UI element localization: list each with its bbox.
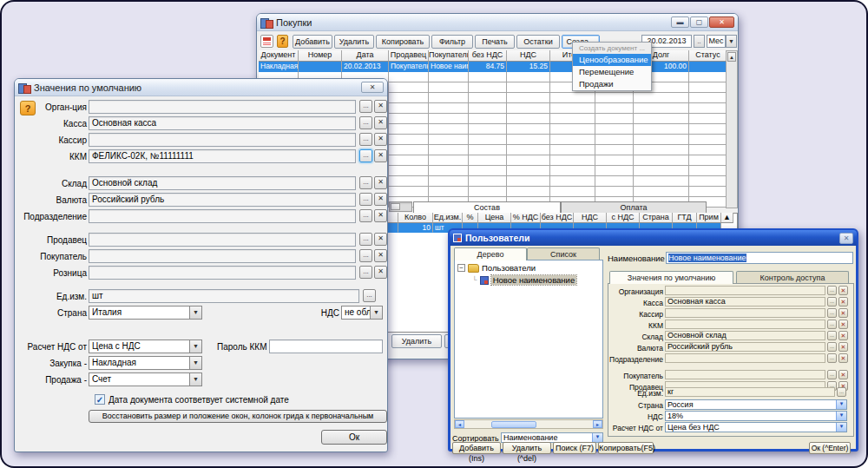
grid-column-header[interactable]: Покупатель	[429, 50, 469, 62]
name-input[interactable]: Новое наименование	[666, 252, 853, 264]
field-ellipsis-button[interactable]: ...	[827, 342, 837, 352]
tab-оплата[interactable]: Оплата	[561, 201, 707, 213]
field-input[interactable]: Основная касса	[89, 116, 356, 130]
scroll-left-icon[interactable]: ◂	[455, 420, 464, 428]
menu-item[interactable]: Продажи	[573, 78, 651, 90]
dropdown-arrow-icon[interactable]: ▼	[189, 307, 201, 319]
field-clear-button[interactable]: ✕	[374, 133, 387, 146]
help-button[interactable]: ?	[277, 35, 288, 48]
toolbar-button-4[interactable]: Фильтр	[431, 35, 473, 49]
unit-ellipsis-button[interactable]: ...	[363, 289, 376, 302]
grid-column-header[interactable]: Номер	[299, 50, 342, 62]
purchase-dropdown[interactable]: Накладная▼	[89, 356, 202, 370]
field-input[interactable]	[89, 133, 356, 147]
field-ellipsis-button[interactable]: ...	[359, 116, 372, 129]
field-clear-button[interactable]: ✕	[838, 353, 848, 363]
detail-column-header[interactable]: с НДС	[607, 213, 640, 223]
restore-layout-button[interactable]: Восстановить размер и положение окон, ко…	[89, 410, 387, 423]
detail-column-header[interactable]: НДС	[574, 213, 607, 223]
pokupki-titlebar[interactable]: Покупки ▬ ▢ ✕	[257, 14, 738, 31]
detail-scroll-up-icon[interactable]: ▲	[721, 213, 733, 223]
bottom-hscroll-stub[interactable]	[389, 201, 412, 212]
field-clear-button[interactable]: ✕	[374, 149, 387, 162]
field-ellipsis-button[interactable]: ...	[359, 149, 372, 162]
toolbar-button-5[interactable]: Печать	[475, 35, 515, 49]
tree-root-item[interactable]: − Пользователи	[457, 263, 536, 273]
dropdown-arrow-icon[interactable]: ▼	[836, 412, 846, 420]
tab-состав[interactable]: Состав	[413, 201, 561, 213]
field-ellipsis-button[interactable]: ...	[827, 297, 837, 307]
detail-column-header[interactable]: ГТД	[673, 213, 697, 223]
detail-column-header[interactable]: % НДС	[511, 213, 541, 223]
field-clear-button[interactable]: ✕	[374, 209, 387, 222]
field-ellipsis-button[interactable]: ...	[359, 233, 372, 246]
field-ellipsis-button[interactable]: ...	[827, 308, 837, 318]
field-input[interactable]	[89, 233, 356, 247]
field-dropdown[interactable]: 18%▼	[665, 411, 847, 421]
users-action-button-1[interactable]: Добавить (Ins)	[452, 442, 501, 454]
field-ellipsis-button[interactable]: ...	[359, 209, 372, 222]
field-ellipsis-button[interactable]: ...	[359, 176, 372, 189]
field-input[interactable]	[89, 209, 356, 223]
defaults-titlebar[interactable]: Значения по умолчанию ✕	[15, 79, 387, 96]
field-clear-button[interactable]: ✕	[838, 297, 848, 307]
field-input[interactable]: Российский рубль	[89, 193, 356, 207]
journal-icon[interactable]	[260, 35, 273, 48]
detail-column-header[interactable]: Колво	[398, 213, 433, 223]
users-close-button[interactable]: ✕	[839, 233, 853, 244]
detail-column-header[interactable]	[388, 213, 398, 223]
field-ellipsis-button[interactable]: ...	[359, 249, 372, 262]
field-ellipsis-button[interactable]: ...	[827, 286, 837, 295]
users-titlebar[interactable]: Пользователи ✕	[450, 230, 857, 246]
field-clear-button[interactable]: ✕	[838, 286, 848, 295]
sysdate-checkbox[interactable]: ✓	[95, 394, 105, 405]
pokupki-action-button-1[interactable]: Удалить	[391, 334, 442, 348]
users-action-button-3[interactable]: Поиск (F7)	[553, 442, 596, 454]
vat-calc-dropdown[interactable]: Цена с НДС▼	[89, 339, 202, 353]
field-clear-button[interactable]: ✕	[838, 331, 848, 340]
tab-tree[interactable]: Дерево	[454, 247, 527, 260]
field-input[interactable]	[89, 100, 356, 114]
detail-column-header[interactable]: Цена	[478, 213, 511, 223]
field-input[interactable]: Основной склад	[89, 176, 356, 190]
field-ellipsis-button[interactable]: ...	[359, 193, 372, 206]
grid-column-header[interactable]: Статус	[689, 50, 727, 62]
grid-column-header[interactable]: без НДС	[469, 50, 507, 62]
tab-list[interactable]: Список	[527, 247, 600, 260]
toolbar-button-2[interactable]: Удалить	[334, 35, 374, 49]
toolbar-button-3[interactable]: Копировать	[376, 35, 430, 49]
grid-column-header[interactable]: Документ	[259, 50, 299, 62]
users-action-button-4[interactable]: Копировать(F5)	[598, 442, 654, 454]
unit-field[interactable]: шт	[89, 289, 359, 303]
field-dropdown[interactable]: Россия▼	[665, 399, 847, 410]
field-dropdown[interactable]: Цена без НДС▼	[665, 422, 847, 432]
minimize-button[interactable]: ▬	[671, 16, 689, 28]
grid-column-header[interactable]: Дата	[342, 50, 389, 62]
field-ellipsis-button[interactable]: ...	[827, 353, 837, 363]
kkm-password-input[interactable]	[269, 339, 383, 353]
ok-button[interactable]: Ок	[321, 430, 387, 445]
field-clear-button[interactable]: ✕	[374, 249, 387, 262]
users-action-button-2[interactable]: Удалить (^del)	[503, 442, 551, 454]
field-input[interactable]	[665, 370, 825, 379]
maximize-button[interactable]: ▢	[690, 16, 708, 28]
field-input[interactable]	[665, 286, 825, 295]
field-clear-button[interactable]: ✕	[838, 308, 848, 318]
grid-vscrollbar[interactable]: ▲	[726, 50, 738, 208]
field-ellipsis-button[interactable]: ...	[359, 266, 372, 279]
dropdown-arrow-icon[interactable]: ▼	[189, 340, 201, 353]
grid-column-header[interactable]: НДС	[507, 50, 550, 62]
field-input[interactable]	[665, 353, 825, 363]
tree-child-item[interactable]: └ Новое наименование	[472, 275, 576, 285]
field-input[interactable]: Основной склад	[665, 331, 825, 340]
dropdown-arrow-icon[interactable]: ▼	[189, 357, 201, 369]
period-select[interactable]: Мес	[707, 35, 726, 48]
close-button[interactable]: ✕	[709, 16, 734, 28]
dropdown-arrow-icon[interactable]: ▼	[836, 400, 846, 409]
period-dropdown-arrow-icon[interactable]: ▼	[726, 35, 737, 48]
tree-hscrollbar[interactable]: ◂ ▸	[454, 419, 603, 429]
menu-item[interactable]: Ценообразование	[573, 54, 651, 66]
field-ellipsis-button[interactable]: ...	[359, 133, 372, 146]
dropdown-arrow-icon[interactable]: ▼	[592, 433, 602, 442]
field-input[interactable]: ФЕЛИКС-02К, №11111111	[89, 149, 356, 163]
